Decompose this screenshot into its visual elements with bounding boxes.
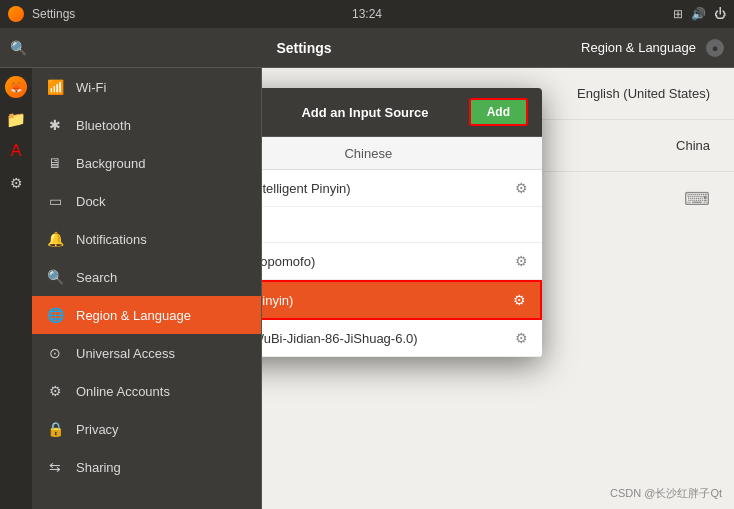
sidebar-label-notifications: Notifications (76, 232, 147, 247)
sharing-icon: ⇆ (46, 458, 64, 476)
notifications-icon: 🔔 (46, 230, 64, 248)
background-icon: 🖥 (46, 154, 64, 172)
dialog-list-category: Chinese (262, 146, 528, 161)
power-icon: ⏻ (714, 7, 726, 21)
content-area: Language English (United States) Formats… (262, 68, 734, 509)
sidebar-item-background[interactable]: 🖥 Background (32, 144, 261, 182)
top-bar-left: Settings (8, 6, 75, 22)
top-bar: Settings 13:24 ⊞ 🔊 ⏻ (0, 0, 734, 28)
dialog-list-header: ‹ Chinese (262, 137, 542, 170)
item-label-intelligent-pinyin: Chinese (Intelligent Pinyin) (262, 181, 515, 196)
main-layout: 🦊 📁 A ⚙ 📶 Wi-Fi ✱ Bluetooth 🖥 Background… (0, 68, 734, 509)
list-item-wubi[interactable]: Chinese (WuBi-Jidian-86-JiShuag-6.0) ⚙ (262, 320, 542, 357)
universal-icon: ⊙ (46, 344, 64, 362)
volume-icon: 🔊 (691, 7, 706, 21)
top-bar-app-title: Settings (32, 7, 75, 21)
list-item-chinese[interactable]: Chinese (262, 207, 542, 243)
sidebar-item-universal[interactable]: ⊙ Universal Access (32, 334, 261, 372)
item-settings-icon-wubi[interactable]: ⚙ (515, 330, 528, 346)
sidebar-item-dock[interactable]: ▭ Dock (32, 182, 261, 220)
sidebar-label-sharing: Sharing (76, 460, 121, 475)
dialog-list: Chinese (Intelligent Pinyin) ⚙ Chinese C… (262, 170, 542, 357)
top-bar-time: 13:24 (352, 7, 382, 21)
sidebar-item-wifi[interactable]: 📶 Wi-Fi (32, 68, 261, 106)
sidebar-label-privacy: Privacy (76, 422, 119, 437)
header-settings-title: Settings (37, 40, 571, 56)
add-input-source-dialog: Cancel Add an Input Source Add ‹ Chinese… (262, 88, 542, 357)
app-panel: 🦊 📁 A ⚙ (0, 68, 32, 509)
region-icon: 🌐 (46, 306, 64, 324)
wifi-icon: 📶 (46, 78, 64, 96)
sidebar-label-bluetooth: Bluetooth (76, 118, 131, 133)
item-label-pinyin: Chinese (Pinyin) (262, 293, 513, 308)
app-icon-text[interactable]: A (3, 138, 29, 164)
dock-icon: ▭ (46, 192, 64, 210)
network-icon: ⊞ (673, 7, 683, 21)
header-close-button[interactable]: ● (706, 39, 724, 57)
watermark: CSDN @长沙红胖子Qt (610, 486, 722, 501)
item-label-wubi: Chinese (WuBi-Jidian-86-JiShuag-6.0) (262, 331, 515, 346)
sidebar: 📶 Wi-Fi ✱ Bluetooth 🖥 Background ▭ Dock … (32, 68, 262, 509)
app-icon-firefox[interactable]: 🦊 (3, 74, 29, 100)
sidebar-item-accounts[interactable]: ⚙ Online Accounts (32, 372, 261, 410)
formats-value: China (676, 138, 710, 153)
app-icon-files[interactable]: 📁 (3, 106, 29, 132)
sidebar-item-privacy[interactable]: 🔒 Privacy (32, 410, 261, 448)
sidebar-label-region: Region & Language (76, 308, 191, 323)
item-settings-icon-bopomofo[interactable]: ⚙ (515, 253, 528, 269)
item-label-chinese: Chinese (262, 217, 528, 232)
item-settings-icon-pinyin[interactable]: ⚙ (513, 292, 526, 308)
sidebar-item-region[interactable]: 🌐 Region & Language (32, 296, 261, 334)
sidebar-label-search: Search (76, 270, 117, 285)
item-label-bopomofo: Chinese (Bopomofo) (262, 254, 515, 269)
sidebar-item-bluetooth[interactable]: ✱ Bluetooth (32, 106, 261, 144)
sidebar-item-search[interactable]: 🔍 Search (32, 258, 261, 296)
sidebar-item-notifications[interactable]: 🔔 Notifications (32, 220, 261, 258)
header-search-icon: 🔍 (10, 40, 27, 56)
item-settings-icon-intelligent-pinyin[interactable]: ⚙ (515, 180, 528, 196)
sidebar-label-accounts: Online Accounts (76, 384, 170, 399)
sidebar-label-background: Background (76, 156, 145, 171)
top-bar-right: ⊞ 🔊 ⏻ (673, 7, 726, 21)
dialog-title: Add an Input Source (301, 105, 428, 120)
header-bar: 🔍 Settings Region & Language ● (0, 28, 734, 68)
add-button[interactable]: Add (469, 98, 528, 126)
language-value: English (United States) (577, 86, 710, 101)
app-icon-settings[interactable]: ⚙ (3, 170, 29, 196)
bluetooth-icon: ✱ (46, 116, 64, 134)
sidebar-label-dock: Dock (76, 194, 106, 209)
list-item-pinyin[interactable]: Chinese (Pinyin) ⚙ (262, 280, 542, 320)
firefox-icon: 🦊 (5, 76, 27, 98)
search-icon: 🔍 (46, 268, 64, 286)
sidebar-item-sharing[interactable]: ⇆ Sharing (32, 448, 261, 486)
list-item-bopomofo[interactable]: Chinese (Bopomofo) ⚙ (262, 243, 542, 280)
accounts-icon: ⚙ (46, 382, 64, 400)
list-item-intelligent-pinyin[interactable]: Chinese (Intelligent Pinyin) ⚙ (262, 170, 542, 207)
sidebar-label-universal: Universal Access (76, 346, 175, 361)
keyboard-icon: ⌨ (684, 188, 710, 210)
header-region-label: Region & Language (581, 40, 696, 55)
dialog-header: Cancel Add an Input Source Add (262, 88, 542, 137)
sidebar-label-wifi: Wi-Fi (76, 80, 106, 95)
privacy-icon: 🔒 (46, 420, 64, 438)
